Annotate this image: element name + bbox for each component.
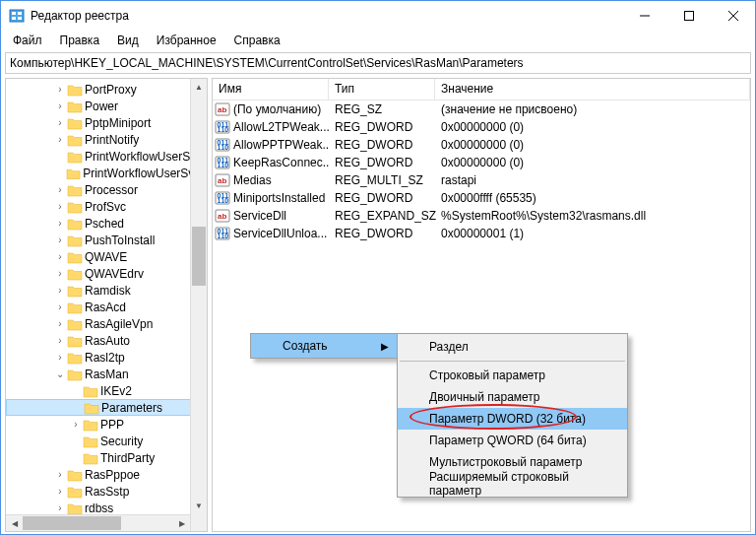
ctx-new-item[interactable]: Расширяемый строковый параметр [398, 473, 627, 495]
expander-icon[interactable]: › [53, 184, 67, 195]
folder-icon [67, 368, 83, 381]
expander-icon[interactable]: ⌄ [53, 368, 67, 379]
expander-icon[interactable]: › [53, 502, 67, 513]
tree-label: RasAgileVpn [85, 317, 153, 331]
tree-item-ppp[interactable]: ›PPP [6, 416, 207, 433]
folder-icon [67, 217, 83, 231]
ctx-new-item-label: Расширяемый строковый параметр [429, 470, 611, 498]
scroll-thumb-h[interactable] [23, 516, 121, 530]
ctx-new-item-label: Мультистроковый параметр [429, 455, 583, 469]
col-header-type[interactable]: Тип [329, 79, 435, 100]
tree-item-qwave[interactable]: ›QWAVE [6, 248, 207, 265]
ctx-new-item[interactable]: Параметр QWORD (64 бита) [398, 430, 627, 451]
tree-item-processor[interactable]: ›Processor [6, 181, 207, 198]
expander-icon[interactable]: › [53, 318, 67, 329]
folder-icon [84, 401, 99, 415]
value-type: REG_EXPAND_SZ [329, 209, 435, 223]
tree-item-pptpminiport[interactable]: ›PptpMiniport [6, 114, 207, 131]
expander-icon[interactable]: › [53, 218, 67, 229]
tree-item-qwavedrv[interactable]: ›QWAVEdrv [6, 265, 207, 282]
tree-item-profsvc[interactable]: ›ProfSvc [6, 198, 207, 215]
tree-v-scrollbar[interactable]: ▲ ▼ [190, 79, 207, 531]
values-list[interactable]: (По умолчанию)REG_SZ(значение не присвое… [213, 100, 750, 242]
tree-item-power[interactable]: ›Power [6, 98, 207, 114]
expander-icon[interactable]: › [53, 100, 67, 111]
ctx-new-item[interactable]: Параметр DWORD (32 бита) [398, 408, 627, 430]
scroll-thumb[interactable] [192, 227, 206, 286]
folder-icon [83, 451, 98, 465]
col-header-name[interactable]: Имя [213, 79, 329, 100]
registry-editor-window: Редактор реестра Файл Правка Вид Избранн… [0, 0, 756, 535]
expander-icon[interactable]: › [53, 84, 67, 95]
value-data: %SystemRoot%\System32\rasmans.dll [435, 209, 750, 223]
tree-item-security[interactable]: Security [6, 433, 207, 449]
minimize-button[interactable] [622, 1, 666, 31]
tree-h-scrollbar[interactable]: ◀ ▶ [6, 514, 190, 531]
menu-view[interactable]: Вид [109, 32, 147, 49]
key-tree[interactable]: ›PortProxy›Power›PptpMiniport›PrintNotif… [6, 79, 207, 518]
maximize-button[interactable] [666, 1, 711, 31]
tree-item-parameters[interactable]: Parameters [6, 399, 207, 416]
value-row[interactable]: (По умолчанию)REG_SZ(значение не присвое… [213, 100, 750, 118]
tree-item-rasman[interactable]: ⌄RasMan [6, 366, 207, 382]
expander-icon[interactable]: › [53, 301, 67, 312]
value-row[interactable]: KeepRasConnec...REG_DWORD0x00000000 (0) [213, 154, 750, 171]
expander-icon[interactable]: › [53, 134, 67, 145]
expander-icon[interactable]: › [53, 268, 67, 279]
tree-label: PPP [100, 418, 124, 432]
value-row[interactable]: MiniportsInstalledREG_DWORD0x0000ffff (6… [213, 189, 750, 207]
folder-icon [67, 234, 83, 247]
value-row[interactable]: AllowL2TPWeak...REG_DWORD0x00000000 (0) [213, 118, 750, 136]
menu-edit[interactable]: Правка [52, 32, 108, 49]
tree-item-rassstp[interactable]: ›RasSstp [6, 483, 207, 500]
close-button[interactable] [711, 1, 755, 31]
expander-icon[interactable]: › [53, 234, 67, 245]
tree-item-ramdisk[interactable]: ›Ramdisk [6, 282, 207, 299]
scroll-down-arrow-icon[interactable]: ▼ [191, 498, 207, 514]
tree-item-raspppoe[interactable]: ›RasPppoe [6, 466, 207, 483]
tree-item-rasacd[interactable]: ›RasAcd [6, 299, 207, 315]
expander-icon[interactable]: › [53, 251, 67, 262]
tree-item-printworkflowusersvc_[interactable]: PrintWorkflowUserSvc_ [6, 165, 207, 181]
tree-label: QWAVE [85, 250, 127, 264]
tree-item-portproxy[interactable]: ›PortProxy [6, 81, 207, 98]
tree-label: RasMan [85, 368, 129, 381]
expander-icon[interactable]: › [69, 419, 83, 430]
expander-icon[interactable]: › [53, 117, 67, 128]
menu-favorites[interactable]: Избранное [149, 32, 224, 49]
scroll-left-arrow-icon[interactable]: ◀ [6, 515, 23, 531]
value-row[interactable]: ServiceDllREG_EXPAND_SZ%SystemRoot%\Syst… [213, 207, 750, 225]
tree-item-rasauto[interactable]: ›RasAuto [6, 332, 207, 349]
scroll-right-arrow-icon[interactable]: ▶ [173, 515, 190, 531]
col-header-value[interactable]: Значение [435, 79, 750, 100]
address-bar[interactable]: Компьютер\HKEY_LOCAL_MACHINE\SYSTEM\Curr… [5, 52, 751, 74]
tree-item-rasagilevpn[interactable]: ›RasAgileVpn [6, 315, 207, 332]
expander-icon[interactable]: › [53, 285, 67, 296]
tree-label: Psched [85, 217, 124, 231]
ctx-new-item[interactable]: Двоичный параметр [398, 386, 627, 408]
expander-icon[interactable]: › [53, 469, 67, 480]
tree-item-printworkflowusersvc[interactable]: PrintWorkflowUserSvc [6, 148, 207, 165]
expander-icon[interactable]: › [53, 486, 67, 497]
value-row[interactable]: AllowPPTPWeak...REG_DWORD0x00000000 (0) [213, 136, 750, 154]
expander-icon[interactable]: › [53, 335, 67, 346]
folder-icon [83, 435, 98, 448]
expander-icon[interactable]: › [53, 352, 67, 363]
address-text: Компьютер\HKEY_LOCAL_MACHINE\SYSTEM\Curr… [10, 56, 524, 70]
scroll-up-arrow-icon[interactable]: ▲ [191, 79, 207, 96]
menu-file[interactable]: Файл [5, 32, 50, 49]
folder-icon [67, 133, 83, 147]
tree-item-pushtoinstall[interactable]: ›PushToInstall [6, 232, 207, 248]
expander-icon[interactable]: › [53, 201, 67, 212]
tree-item-thirdparty[interactable]: ThirdParty [6, 449, 207, 466]
value-row[interactable]: MediasREG_MULTI_SZrastapi [213, 171, 750, 189]
ctx-new-section[interactable]: Раздел [398, 336, 627, 358]
tree-item-printnotify[interactable]: ›PrintNotify [6, 131, 207, 148]
tree-item-ikev2[interactable]: IKEv2 [6, 382, 207, 399]
tree-item-psched[interactable]: ›Psched [6, 215, 207, 232]
value-row[interactable]: ServiceDllUnloa...REG_DWORD0x00000001 (1… [213, 225, 750, 242]
ctx-create[interactable]: Создать ▶ [251, 334, 397, 358]
ctx-new-item[interactable]: Строковый параметр [398, 365, 627, 386]
tree-item-rasl2tp[interactable]: ›Rasl2tp [6, 349, 207, 366]
menu-help[interactable]: Справка [226, 32, 288, 49]
